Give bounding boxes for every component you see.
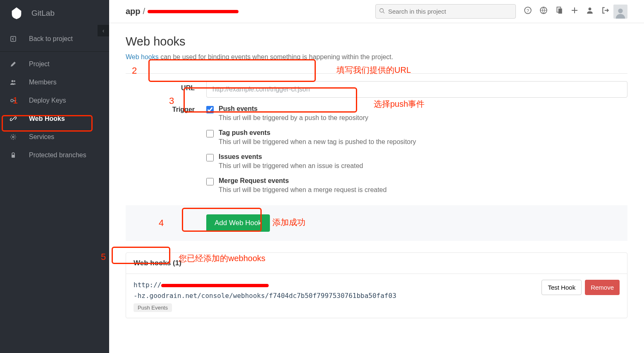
nav-label: Services bbox=[29, 133, 54, 141]
form-panel: URL Trigger Push events This url will be… bbox=[126, 73, 627, 241]
svg-point-13 bbox=[618, 8, 623, 13]
svg-point-2 bbox=[14, 80, 15, 82]
nav-label: Members bbox=[29, 79, 57, 86]
trigger-title: Push events bbox=[219, 105, 627, 113]
nav-label: Web Hooks bbox=[29, 115, 65, 122]
url-input[interactable] bbox=[206, 81, 627, 98]
globe-icon[interactable] bbox=[540, 7, 547, 16]
hook-url-prefix: http:// bbox=[134, 281, 161, 289]
nav-protected-branches[interactable]: Protected branches bbox=[0, 146, 109, 164]
svg-point-4 bbox=[12, 136, 14, 138]
search-wrap bbox=[375, 4, 516, 19]
svg-point-3 bbox=[11, 99, 13, 102]
content: Web hooks Web hooks can be used for bind… bbox=[109, 23, 644, 330]
nav-label: Project bbox=[29, 60, 50, 68]
breadcrumb-app[interactable]: app bbox=[126, 7, 141, 16]
nav-label: Back to project bbox=[29, 35, 73, 43]
page-desc-text: can be used for binding events when some… bbox=[159, 53, 393, 60]
sidebar-collapse-button[interactable]: ‹ bbox=[98, 25, 109, 36]
users-icon bbox=[9, 79, 17, 86]
topbar: app / ? bbox=[109, 0, 644, 23]
svg-rect-0 bbox=[11, 36, 16, 41]
trigger-tag-push: Tag push events This url will be trigger… bbox=[206, 129, 627, 146]
brand-label: GitLab bbox=[31, 9, 55, 18]
trigger-push: Push events This url will be triggered b… bbox=[206, 105, 627, 122]
nav-web-hooks[interactable]: Web Hooks bbox=[0, 110, 109, 128]
url-label: URL bbox=[126, 81, 206, 98]
sidebar-header: GitLab bbox=[0, 0, 109, 26]
remove-hook-button[interactable]: Remove bbox=[585, 280, 620, 295]
svg-rect-5 bbox=[12, 155, 15, 158]
nav-back-to-project[interactable]: Back to project bbox=[0, 30, 109, 48]
pencil-icon bbox=[9, 61, 17, 67]
trigger-title: Merge Request events bbox=[219, 177, 627, 185]
add-web-hook-button[interactable]: Add Web Hook bbox=[206, 214, 270, 232]
user-icon[interactable] bbox=[586, 7, 594, 16]
back-icon bbox=[9, 36, 17, 42]
page-desc-link[interactable]: Web hooks bbox=[126, 53, 159, 60]
logout-icon[interactable] bbox=[602, 7, 609, 16]
trigger-desc: This url will be triggered by a push to … bbox=[219, 114, 627, 122]
hook-url: http://-hz.goodrain.net/console/webhooks… bbox=[134, 280, 541, 301]
search-input[interactable] bbox=[375, 4, 516, 19]
nav-project[interactable]: Project bbox=[0, 55, 109, 73]
chevron-left-icon: ‹ bbox=[103, 27, 105, 34]
nav-label: Deploy Keys bbox=[29, 97, 66, 104]
hooks-header-title: Web hooks (1) bbox=[134, 259, 181, 267]
svg-text:?: ? bbox=[527, 8, 529, 13]
plus-icon[interactable] bbox=[571, 7, 578, 16]
trigger-title: Issues events bbox=[219, 153, 627, 161]
hook-url-suffix: -hz.goodrain.net/console/webhooks/f7404d… bbox=[134, 292, 396, 300]
topbar-icons: ? bbox=[524, 7, 609, 16]
svg-rect-11 bbox=[558, 9, 562, 14]
trigger-merge-checkbox[interactable] bbox=[206, 178, 214, 185]
gitlab-logo-icon bbox=[8, 5, 25, 22]
trigger-label: Trigger bbox=[126, 105, 206, 198]
form-row-trigger: Trigger Push events This url will be tri… bbox=[126, 105, 627, 205]
hooks-header: Web hooks (1) bbox=[126, 253, 627, 274]
help-icon[interactable]: ? bbox=[524, 7, 532, 16]
trigger-title: Tag push events bbox=[219, 129, 627, 137]
trigger-desc: This url will be triggered when a new ta… bbox=[219, 138, 627, 146]
hook-url-redacted bbox=[161, 284, 269, 287]
svg-point-6 bbox=[380, 9, 384, 12]
link-icon bbox=[9, 115, 17, 122]
test-hook-button[interactable]: Test Hook bbox=[541, 280, 582, 295]
form-row-url: URL bbox=[126, 74, 627, 105]
svg-point-12 bbox=[589, 7, 592, 10]
search-icon bbox=[379, 8, 385, 15]
trigger-desc: This url will be triggered when a merge … bbox=[219, 186, 627, 194]
sidebar: GitLab ‹ Back to project Project Members… bbox=[0, 0, 109, 353]
key-icon bbox=[9, 97, 17, 104]
breadcrumb: app / bbox=[126, 7, 239, 16]
lock-icon bbox=[9, 152, 17, 158]
breadcrumb-project-redacted bbox=[148, 10, 239, 13]
hook-row: http://-hz.goodrain.net/console/webhooks… bbox=[126, 274, 627, 318]
nav-deploy-keys[interactable]: Deploy Keys 1 bbox=[0, 91, 109, 110]
trigger-issues-checkbox[interactable] bbox=[206, 154, 214, 161]
copy-icon[interactable] bbox=[556, 7, 563, 16]
svg-point-1 bbox=[12, 80, 14, 82]
avatar[interactable] bbox=[613, 5, 627, 19]
hooks-panel: Web hooks (1) http://-hz.goodrain.net/co… bbox=[126, 252, 627, 318]
nav-divider bbox=[0, 51, 109, 52]
gear-icon bbox=[9, 134, 17, 140]
trigger-issues: Issues events This url will be triggered… bbox=[206, 153, 627, 170]
hook-badge: Push Events bbox=[134, 303, 172, 312]
breadcrumb-sep: / bbox=[143, 7, 145, 16]
trigger-tag-push-checkbox[interactable] bbox=[206, 130, 214, 137]
nav-services[interactable]: Services bbox=[0, 128, 109, 146]
main: app / ? Web hooks Web hooks can be used … bbox=[109, 0, 644, 353]
nav-label: Protected branches bbox=[29, 151, 86, 159]
nav-members[interactable]: Members bbox=[0, 73, 109, 91]
trigger-merge: Merge Request events This url will be tr… bbox=[206, 177, 627, 194]
page-desc: Web hooks can be used for binding events… bbox=[126, 53, 627, 61]
page-title: Web hooks bbox=[126, 35, 627, 48]
nav-section: Back to project Project Members Deploy K… bbox=[0, 30, 109, 164]
button-row: Add Web Hook bbox=[126, 205, 627, 241]
trigger-desc: This url will be triggered when an issue… bbox=[219, 162, 627, 170]
trigger-push-checkbox[interactable] bbox=[206, 106, 214, 113]
